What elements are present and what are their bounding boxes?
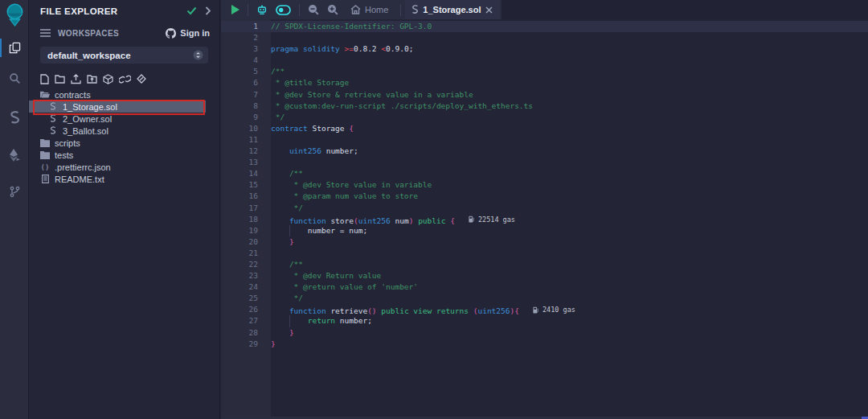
code-line-26[interactable]: 26 function retrieve() public view retur… xyxy=(221,304,868,315)
cube-icon[interactable] xyxy=(103,74,113,84)
solidity-compiler-icon[interactable] xyxy=(0,105,29,129)
code-line-11[interactable]: 11 xyxy=(221,134,868,146)
line-content: // SPDX-License-Identifier: GPL-3.0 xyxy=(271,21,432,32)
close-tab-icon[interactable] xyxy=(485,6,493,14)
line-number: 1 xyxy=(221,21,271,32)
tab-home[interactable]: Home xyxy=(342,0,396,19)
code-line-20[interactable]: 20 } xyxy=(221,236,868,248)
line-number: 23 xyxy=(221,270,271,281)
sign-in-label: Sign in xyxy=(180,28,210,38)
line-number: 7 xyxy=(221,89,271,101)
new-folder-icon[interactable] xyxy=(55,74,65,84)
ai-assistant-icon[interactable] xyxy=(252,0,272,19)
code-line-2[interactable]: 2 xyxy=(221,32,868,43)
zoom-out-icon[interactable] xyxy=(304,0,323,19)
new-file-icon[interactable] xyxy=(40,74,49,84)
line-number: 8 xyxy=(221,101,271,112)
zoom-in-icon[interactable] xyxy=(323,0,342,19)
code-line-16[interactable]: 16 * @param num value to store xyxy=(221,191,868,202)
tree-item-3-ballot-sol[interactable]: 3_Ballot.sol xyxy=(29,125,220,137)
sign-in-button[interactable]: Sign in xyxy=(166,28,210,39)
code-line-8[interactable]: 8 * @custom:dev-run-script ./scripts/dep… xyxy=(221,101,868,112)
code-line-6[interactable]: 6 * @title Storage xyxy=(221,77,868,88)
chevron-right-icon[interactable] xyxy=(205,6,211,15)
code-line-7[interactable]: 7 * @dev Store & retrieve value in a var… xyxy=(221,89,868,101)
line-content: * @dev Store value in variable xyxy=(271,179,432,191)
code-line-18[interactable]: 18 function store(uint256 num) public {2… xyxy=(221,214,868,225)
solidity-icon xyxy=(48,102,58,111)
tab-1-storage-sol[interactable]: 1_Storage.sol xyxy=(405,0,500,19)
line-number: 16 xyxy=(221,191,271,202)
workspaces-menu-icon[interactable] xyxy=(40,29,51,37)
line-content: /** xyxy=(271,66,285,77)
line-content: * @custom:dev-run-script ./scripts/deplo… xyxy=(271,101,533,112)
code-line-23[interactable]: 23 * @dev Return value xyxy=(221,270,868,281)
code-line-22[interactable]: 22 /** xyxy=(221,259,868,270)
tree-item-readme-txt[interactable]: README.txt xyxy=(29,173,220,185)
upload-folder-icon[interactable] xyxy=(87,74,97,84)
code-line-13[interactable]: 13 xyxy=(221,157,868,168)
line-number: 27 xyxy=(221,315,271,327)
search-icon[interactable] xyxy=(0,66,29,91)
line-number: 12 xyxy=(221,146,271,157)
line-number: 4 xyxy=(221,55,271,66)
git-icon[interactable] xyxy=(0,179,29,204)
upload-file-icon[interactable] xyxy=(71,74,81,84)
tree-item--prettierrc-json[interactable]: ().prettierrc.json xyxy=(29,161,220,173)
tree-item-label: 1_Storage.sol xyxy=(63,102,117,112)
code-line-9[interactable]: 9 */ xyxy=(221,112,868,123)
code-lines: 1// SPDX-License-Identifier: GPL-3.023pr… xyxy=(221,21,868,350)
tree-item-contracts[interactable]: contracts xyxy=(29,88,220,101)
code-line-29[interactable]: 29} xyxy=(221,339,868,350)
line-content: /** xyxy=(271,259,303,270)
code-line-12[interactable]: 12 uint256 number; xyxy=(221,146,868,157)
line-number: 15 xyxy=(221,179,271,191)
gist-icon[interactable] xyxy=(137,74,146,84)
tree-item-1-storage-sol[interactable]: 1_Storage.sol xyxy=(29,101,206,113)
solidity-icon xyxy=(48,126,58,135)
workspace-stepper-icon[interactable] xyxy=(193,50,203,60)
home-tab-label: Home xyxy=(365,5,388,14)
code-line-19[interactable]: 19 number = num; xyxy=(221,225,868,236)
code-line-5[interactable]: 5/** xyxy=(221,66,868,77)
tree-item-scripts[interactable]: scripts xyxy=(29,137,220,149)
workspace-selected-value: default_workspace xyxy=(47,51,193,60)
gas-estimate: 22514 gas xyxy=(469,214,515,225)
code-editor[interactable]: 1// SPDX-License-Identifier: GPL-3.023pr… xyxy=(221,19,868,419)
code-line-17[interactable]: 17 */ xyxy=(221,203,868,214)
code-line-25[interactable]: 25 */ xyxy=(221,293,868,304)
remix-logo[interactable] xyxy=(0,0,29,31)
panel-title: FILE EXPLORER xyxy=(40,6,178,16)
tree-item-tests[interactable]: tests xyxy=(29,149,220,161)
file-explorer-panel: FILE EXPLORER WORKSPACES Sign in default… xyxy=(29,0,220,419)
accept-check-icon[interactable] xyxy=(186,6,197,15)
line-content: } xyxy=(271,327,294,339)
line-number: 29 xyxy=(221,339,271,350)
run-script-button[interactable] xyxy=(227,0,244,19)
workspace-select[interactable]: default_workspace xyxy=(40,47,208,64)
code-line-1[interactable]: 1// SPDX-License-Identifier: GPL-3.0 xyxy=(221,21,868,32)
code-line-28[interactable]: 28 } xyxy=(221,327,868,339)
code-line-4[interactable]: 4 xyxy=(221,55,868,66)
line-content: * @param num value to store xyxy=(271,191,418,202)
code-line-3[interactable]: 3pragma solidity >=0.8.2 <0.9.0; xyxy=(221,43,868,55)
github-icon xyxy=(166,28,176,39)
file-icon xyxy=(40,175,50,183)
ai-toggle[interactable] xyxy=(272,0,295,19)
line-content: */ xyxy=(271,112,285,123)
code-line-15[interactable]: 15 * @dev Store value in variable xyxy=(221,179,868,191)
file-tree: contracts1_Storage.sol2_Owner.sol3_Ballo… xyxy=(29,88,220,185)
deploy-run-icon[interactable] xyxy=(0,142,29,167)
tree-item-label: README.txt xyxy=(55,175,104,184)
code-line-21[interactable]: 21 xyxy=(221,248,868,259)
line-content: * @title Storage xyxy=(271,77,349,88)
code-line-27[interactable]: 27 return number; xyxy=(221,315,868,327)
line-number: 22 xyxy=(221,259,271,270)
link-icon[interactable] xyxy=(119,75,131,84)
code-line-10[interactable]: 10contract Storage { xyxy=(221,123,868,134)
code-line-24[interactable]: 24 * @return value of 'number' xyxy=(221,281,868,293)
file-explorer-icon[interactable] xyxy=(0,35,29,60)
code-line-14[interactable]: 14 /** xyxy=(221,168,868,179)
line-number: 3 xyxy=(221,43,271,55)
tree-item-2-owner-sol[interactable]: 2_Owner.sol xyxy=(29,113,220,125)
